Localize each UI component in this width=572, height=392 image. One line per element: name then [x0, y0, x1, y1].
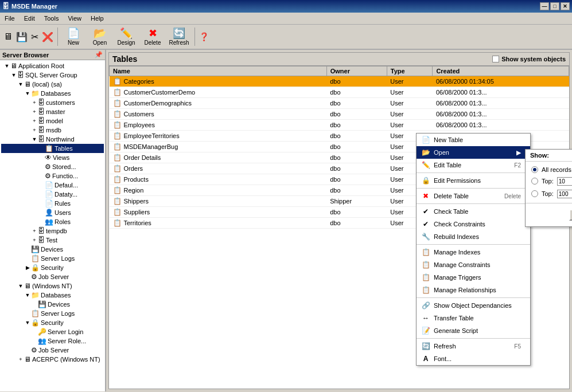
toolbar-help-icon[interactable]: ❓: [199, 32, 209, 41]
table-row[interactable]: 📋CustomerDemographicsdboUser06/08/2000 0…: [110, 98, 569, 109]
top-percent-input[interactable]: [557, 190, 572, 198]
expander-sql-group[interactable]: ▼: [10, 72, 17, 79]
tree-item-master[interactable]: + 🗄 master: [1, 107, 104, 116]
toolbar-icon-2[interactable]: 💾: [16, 32, 28, 42]
minimize-button[interactable]: —: [540, 2, 549, 10]
table-row[interactable]: 📋CategoriesdboUser06/08/2000 01:34:05: [110, 76, 569, 87]
tree-item-databases[interactable]: ▼ 📁 Databases: [1, 89, 104, 98]
tree-item-job-server2[interactable]: ⚙ Job Server: [1, 346, 104, 355]
tree-item-customers[interactable]: + 🗄 customers: [1, 98, 104, 107]
tree-item-server-login[interactable]: 🔑 Server Login: [1, 327, 104, 336]
radio-all-records[interactable]: All records: [531, 166, 572, 173]
radio-top-count-icon[interactable]: [531, 178, 538, 185]
ctx-new-table[interactable]: 📄 New Table: [417, 134, 530, 146]
tree-item-msdb[interactable]: + 🗄 msdb: [1, 126, 104, 135]
toolbar-icon-1[interactable]: 🖥: [3, 32, 13, 42]
table-row[interactable]: 📋EmployeesdboUser06/08/2000 01:3...: [110, 120, 569, 131]
tree-item-tables[interactable]: 📋 Tables: [1, 144, 104, 153]
ctx-rebuild-indexes[interactable]: 🔧 Rebuild Indexes: [417, 230, 530, 243]
tree-item-acerpc[interactable]: + 🖥 ACERPC (Windows NT): [1, 355, 104, 364]
close-button[interactable]: ✕: [561, 2, 570, 10]
ctx-manage-triggers[interactable]: 📋 Manage Triggers: [417, 271, 530, 284]
open-button[interactable]: 📂 Open: [87, 26, 112, 48]
top-count-input[interactable]: [557, 177, 572, 186]
radio-all-icon[interactable]: [531, 166, 538, 173]
ctx-edit-table[interactable]: ✏️ Edit Table F2: [417, 159, 530, 171]
tree-item-dataty[interactable]: 📄 Dataty...: [1, 190, 104, 199]
tree-item-stored[interactable]: ⚙ Stored...: [1, 162, 104, 171]
ctx-refresh[interactable]: 🔄 Refresh F5: [417, 340, 530, 352]
col-header-type[interactable]: Type: [387, 66, 433, 76]
toolbar-icon-3[interactable]: ✂: [31, 32, 38, 42]
tree-item-test[interactable]: + 🗄 Test: [1, 236, 104, 245]
ctx-open[interactable]: 📂 Open ▶: [417, 146, 530, 159]
tree-item-model[interactable]: + 🗄 model: [1, 116, 104, 126]
tree-item-defaul[interactable]: 📄 Defaul...: [1, 181, 104, 190]
menu-file[interactable]: File: [0, 14, 20, 23]
ctx-check-constraints[interactable]: ✔ Check Constraints: [417, 218, 530, 230]
table-row[interactable]: 📋CustomersdboUser06/08/2000 01:3...: [110, 109, 569, 120]
tree-item-server-role[interactable]: 👥 Server Role...: [1, 336, 104, 346]
ctx-check-table[interactable]: ✔ Check Table: [417, 205, 530, 218]
expander-security2[interactable]: ▼: [24, 319, 31, 326]
design-button[interactable]: ✏️ Design: [114, 26, 139, 48]
col-header-owner[interactable]: Owner: [326, 66, 387, 76]
tree-item-northwind[interactable]: ▼ 🗄 Northwind: [1, 135, 104, 144]
ctx-manage-constraints[interactable]: 📋 Manage Constraints: [417, 258, 530, 271]
tree-item-tempdb[interactable]: + 🗄 tempdb: [1, 226, 104, 236]
refresh-button[interactable]: 🔄 Refresh: [166, 26, 192, 48]
menu-help[interactable]: Help: [86, 14, 108, 23]
tree-item-roles[interactable]: 👥 Roles: [1, 217, 104, 226]
radio-top-count-row[interactable]: Top: ▲ ▼ records: [531, 177, 572, 186]
expander-rules: [38, 200, 45, 207]
tree-item-functi[interactable]: ⚙ Functio...: [1, 171, 104, 181]
expander-win-nt[interactable]: ▼: [17, 283, 24, 289]
tree-item-job-server[interactable]: ⚙ Job Server: [1, 272, 104, 281]
expander-databases2[interactable]: ▼: [24, 292, 31, 299]
panel-pin[interactable]: 📌: [95, 51, 103, 58]
tree-item-security2[interactable]: ▼ 🔒 Security: [1, 318, 104, 327]
toolbar-icon-4[interactable]: ❌: [42, 32, 53, 42]
radio-top-percent-icon[interactable]: [531, 190, 538, 197]
tree-item-sql-group[interactable]: ▼ 🗄 SQL Server Group: [1, 70, 104, 80]
tree-item-local[interactable]: ▼ 🖥 (local) (sa): [1, 80, 104, 89]
ctx-manage-indexes[interactable]: 📋 Manage Indexes: [417, 246, 530, 258]
radio-top-percent-row[interactable]: Top: ▲ ▼ percent: [531, 189, 572, 198]
tree-item-devices[interactable]: 💾 Devices: [1, 245, 104, 254]
expander-northwind[interactable]: ▼: [31, 136, 38, 143]
ctx-edit-permissions[interactable]: 🔒 Edit Permissions: [417, 174, 530, 187]
tree-item-views[interactable]: 👁 Views: [1, 153, 104, 162]
show-button[interactable]: Show>: [569, 209, 572, 221]
show-system-checkbox[interactable]: [492, 56, 499, 62]
tree-item-win-nt[interactable]: ▼ 🖥 (Windows NT): [1, 281, 104, 291]
expander-security[interactable]: ▶: [24, 264, 31, 271]
tree-item-security[interactable]: ▶ 🔒 Security: [1, 263, 104, 272]
tree-item-users[interactable]: 👤 Users: [1, 208, 104, 217]
tree-item-databases2[interactable]: ▼ 📁 Databases: [1, 291, 104, 300]
delete-button[interactable]: ✖ Delete: [140, 26, 165, 48]
table-row[interactable]: 📋CustomerCustomerDemodboUser06/08/2000 0…: [110, 87, 569, 98]
ctx-show-object-deps[interactable]: 🔗 Show Object Dependancies: [417, 299, 530, 312]
col-header-created[interactable]: Created: [433, 66, 569, 76]
msdb-icon: 🗄: [38, 126, 45, 134]
menu-edit[interactable]: Edit: [20, 14, 40, 23]
ctx-font[interactable]: A Font...: [417, 352, 530, 365]
col-header-name[interactable]: Name: [110, 66, 327, 76]
tree-item-rules[interactable]: 📄 Rules: [1, 199, 104, 208]
tree-item-server-logs[interactable]: 📋 Server Logs: [1, 254, 104, 263]
expander-local[interactable]: ▼: [17, 81, 24, 88]
ctx-generate-script[interactable]: 📝 Generate Script: [417, 324, 530, 337]
new-button[interactable]: 📄 New: [61, 26, 86, 48]
expander-databases[interactable]: ▼: [24, 90, 31, 97]
tree-item-devices2[interactable]: 💾 Devices: [1, 300, 104, 309]
expander-test: +: [31, 237, 38, 244]
ctx-manage-relationships[interactable]: 📋 Manage Relationships: [417, 284, 530, 296]
maximize-button[interactable]: □: [550, 2, 559, 10]
menu-tools[interactable]: Tools: [40, 14, 64, 23]
expander-app-root[interactable]: ▼: [3, 62, 10, 69]
tree-item-server-logs2[interactable]: 📋 Server Logs: [1, 309, 104, 318]
ctx-delete-table[interactable]: ✖ Delete Table Delete: [417, 190, 530, 202]
tree-item-app-root[interactable]: ▼ 🖥 Application Root: [1, 61, 104, 70]
ctx-transfer-table[interactable]: ↔ Transfer Table: [417, 312, 530, 324]
menu-view[interactable]: View: [63, 14, 86, 23]
